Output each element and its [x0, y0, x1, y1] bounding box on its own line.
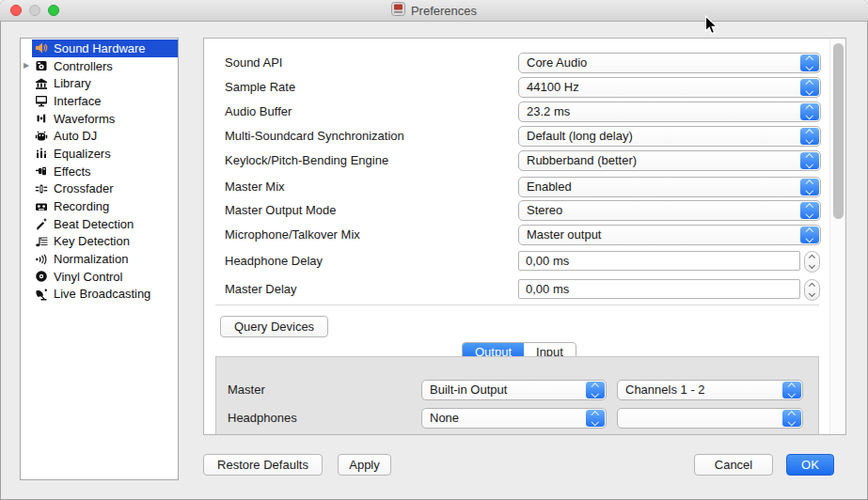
sidebar-item-label: Waveforms [54, 112, 115, 126]
sidebar-item-library[interactable]: Library [21, 74, 178, 92]
robot-icon [34, 129, 48, 143]
dropdown-arrows-icon [586, 382, 605, 398]
dropdown-arrows-icon [800, 152, 819, 169]
ok-button[interactable]: OK [786, 454, 834, 476]
setting-row: Multi-Soundcard Synchronization Default … [204, 126, 845, 147]
setting-label: Master Delay [225, 279, 297, 300]
sidebar-item-label: Auto DJ [54, 129, 97, 143]
sidebar-item-auto-dj[interactable]: Auto DJ [21, 127, 178, 145]
dropdown-arrows-icon [800, 179, 819, 195]
equalizer-icon [34, 147, 48, 161]
restore-defaults-button[interactable]: Restore Defaults [203, 454, 323, 476]
setting-label: Audio Buffer [225, 102, 292, 122]
sidebar-item-label: Beat Detection [54, 217, 134, 231]
device-row: Master Built-in Output Channels 1 - 2 [216, 380, 818, 400]
setting-row: Master Mix Enabled [204, 177, 845, 197]
dropdown-arrows-icon [800, 79, 819, 96]
setting-label: Sample Rate [225, 77, 295, 98]
headphone-delay-stepper[interactable] [804, 251, 820, 273]
crossfader-icon [34, 181, 48, 195]
cancel-button[interactable]: Cancel [694, 454, 773, 476]
sidebar-item-label: Vinyl Control [54, 270, 122, 284]
sidebar-item-waveforms[interactable]: Waveforms [21, 110, 178, 128]
sidebar-item-key-detection[interactable]: Key Detection [21, 233, 178, 251]
sidebar: Sound Hardware ▶ Controllers Library Int… [20, 38, 179, 480]
monitor-icon [34, 94, 48, 108]
sidebar-item-interface[interactable]: Interface [21, 92, 178, 110]
setting-row: Sound API Core Audio [204, 53, 845, 73]
sidebar-item-recording[interactable]: Recording [21, 197, 178, 215]
preferences-icon [391, 2, 405, 20]
setting-row: Microphone/Talkover Mix Master output [204, 225, 845, 245]
dropdown-arrows-icon [782, 410, 801, 427]
master-output-mode-dropdown[interactable]: Stereo [518, 200, 821, 221]
master-delay-stepper[interactable] [804, 279, 820, 301]
library-icon [34, 76, 48, 90]
sidebar-item-label: Effects [54, 164, 91, 179]
speaker-icon [34, 41, 48, 55]
dropdown-arrows-icon [800, 227, 819, 243]
setting-label: Multi-Soundcard Synchronization [225, 126, 404, 147]
sidebar-item-beat-detection[interactable]: Beat Detection [21, 215, 178, 233]
sound-api-dropdown[interactable]: Core Audio [518, 53, 821, 73]
sidebar-item-normalization[interactable]: Normalization [21, 250, 178, 268]
titlebar[interactable]: Preferences [0, 0, 868, 22]
setting-label: Headphone Delay [225, 251, 323, 272]
master-mix-dropdown[interactable]: Enabled [518, 177, 821, 197]
sidebar-item-equalizers[interactable]: Equalizers [21, 145, 178, 163]
music-note-icon [34, 234, 48, 248]
sidebar-item-label: Key Detection [54, 234, 130, 248]
disclosure-triangle-icon[interactable]: ▶ [21, 57, 32, 74]
sidebar-item-label: Crossfader [54, 181, 114, 195]
master-channels-dropdown[interactable]: Channels 1 - 2 [617, 380, 803, 400]
dropdown-arrows-icon [800, 202, 819, 219]
sidebar-item-live-broadcasting[interactable]: Live Broadcasting [21, 286, 178, 304]
sidebar-item-effects[interactable]: Effects [21, 163, 178, 180]
master-device-dropdown[interactable]: Built-in Output [421, 380, 607, 400]
setting-row: Audio Buffer 23.2 ms [204, 102, 845, 122]
keylock-engine-dropdown[interactable]: Rubberband (better) [518, 150, 821, 171]
section-divider [215, 305, 819, 305]
setting-label: Keylock/Pitch-Bending Engine [225, 150, 388, 171]
sidebar-item-label: Equalizers [54, 147, 111, 161]
controller-icon [34, 59, 48, 73]
sidebar-item-label: Controllers [54, 59, 113, 73]
apply-button[interactable]: Apply [338, 454, 391, 476]
waveform-icon [34, 112, 48, 126]
sidebar-item-controllers[interactable]: ▶ Controllers [21, 57, 178, 75]
sidebar-item-vinyl-control[interactable]: Vinyl Control [21, 268, 178, 286]
scrollbar-track[interactable] [829, 39, 845, 434]
sound-waves-icon [34, 252, 48, 266]
setting-label: Master Output Mode [225, 200, 337, 221]
device-label: Master [228, 380, 265, 400]
sidebar-item-label: Interface [54, 94, 102, 108]
sidebar-item-label: Library [54, 76, 91, 90]
sound-hardware-panel: Sound API Core Audio Sample Rate 44100 H… [203, 38, 846, 435]
talkover-mix-dropdown[interactable]: Master output [518, 225, 821, 245]
sample-rate-dropdown[interactable]: 44100 Hz [518, 77, 821, 98]
plug-icon [34, 164, 48, 179]
sidebar-item-crossfader[interactable]: Crossfader [21, 180, 178, 198]
setting-row: Keylock/Pitch-Bending Engine Rubberband … [204, 150, 845, 171]
sidebar-item-label: Live Broadcasting [54, 287, 150, 301]
dropdown-arrows-icon [800, 128, 819, 145]
scrollbar-thumb[interactable] [833, 43, 844, 219]
audio-buffer-dropdown[interactable]: 23.2 ms [518, 102, 821, 122]
setting-row: Sample Rate 44100 Hz [204, 77, 845, 98]
setting-row: Master Delay 0,00 ms [204, 279, 845, 300]
setting-label: Sound API [225, 53, 282, 73]
headphone-delay-input[interactable]: 0,00 ms [518, 251, 800, 271]
cassette-icon [34, 199, 48, 213]
output-devices-pane: Master Built-in Output Channels 1 - 2 He… [215, 356, 819, 435]
setting-label: Master Mix [225, 177, 285, 197]
multi-soundcard-sync-dropdown[interactable]: Default (long delay) [518, 126, 821, 147]
headphones-device-dropdown[interactable]: None [421, 408, 607, 429]
query-devices-button[interactable]: Query Devices [220, 316, 328, 337]
headphones-channels-dropdown[interactable] [617, 408, 803, 429]
sidebar-item-sound-hardware[interactable]: Sound Hardware [21, 39, 178, 57]
setting-label: Microphone/Talkover Mix [225, 225, 360, 245]
wand-icon [34, 217, 48, 231]
device-label: Headphones [228, 408, 297, 429]
master-delay-input[interactable]: 0,00 ms [518, 279, 800, 299]
window-title: Preferences [411, 4, 477, 18]
